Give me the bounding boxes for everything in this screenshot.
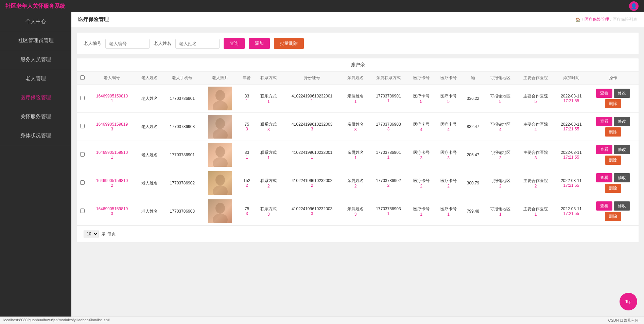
row-elder-code-4: 16469905159819 3 — [88, 197, 136, 226]
view-button-0[interactable]: 查看 — [596, 89, 612, 98]
row-region-1: 可报销地区 4 — [484, 113, 517, 141]
row-id-card-3: 410224199610232002 2 — [282, 169, 342, 197]
row-medical-card1-1: 医疗卡号 4 — [408, 113, 435, 141]
row-balance-2: 205.47 — [462, 141, 484, 169]
back-to-top-button[interactable]: Top — [620, 293, 637, 310]
row-id-card-4: 410224199610232003 3 — [282, 197, 342, 226]
edit-button-0[interactable]: 修改 — [614, 89, 630, 98]
row-select-4[interactable] — [80, 209, 85, 213]
breadcrumb: 🏠 / 医疗保险管理 / 医疗保险列表 — [575, 17, 637, 22]
view-button-2[interactable]: 查看 — [596, 145, 612, 154]
user-avatar[interactable]: 👤 — [629, 1, 639, 11]
edit-button-4[interactable]: 修改 — [614, 201, 630, 211]
col-action: 操作 — [588, 72, 639, 85]
breadcrumb-sep2: / — [610, 17, 611, 22]
back-to-top-label: Top — [625, 300, 631, 304]
row-actions-3: 查看 修改 删除 — [588, 169, 639, 197]
row-phone-3: 17703786902 — [163, 169, 202, 197]
row-select-2[interactable] — [80, 152, 85, 157]
svg-point-9 — [213, 214, 228, 223]
row-time-3: 2022-03-11 17:21:55 — [555, 169, 588, 197]
col-elder-phone: 老人手机号 — [163, 72, 202, 85]
row-actions-1: 查看 修改 删除 — [588, 113, 639, 141]
view-button-1[interactable]: 查看 — [596, 117, 612, 126]
row-age-2: 33 1 — [239, 141, 255, 169]
row-balance-1: 832.47 — [462, 113, 484, 141]
row-relative-name-3: 亲属姓名 2 — [342, 169, 369, 197]
table-row: 16469905159810 1 老人姓名 17703786901 33 1 联… — [77, 85, 639, 113]
row-select-1[interactable] — [80, 124, 85, 128]
delete-button-3[interactable]: 删除 — [605, 184, 621, 193]
svg-point-7 — [213, 185, 228, 195]
row-relative-phone-3: 17703786902 2 — [369, 169, 408, 197]
view-button-4[interactable]: 查看 — [596, 201, 612, 211]
page-title: 医疗保险管理 — [78, 16, 109, 23]
top-bar: 社区老年人关怀服务系统 👤 — [0, 0, 644, 12]
row-age-0: 33 1 — [239, 85, 255, 113]
account-balance-header: 账户余 — [77, 58, 639, 72]
view-button-3[interactable]: 查看 — [596, 173, 612, 182]
edit-button-2[interactable]: 修改 — [614, 145, 630, 154]
select-all-checkbox[interactable] — [80, 75, 85, 80]
sidebar-item-medical-insurance[interactable]: 医疗保险管理 — [0, 88, 71, 107]
row-medical-card1-0: 医疗卡号 5 — [408, 85, 435, 113]
table-header-row: 老人编号 老人姓名 老人手机号 老人照片 年龄 联系方式 身份证号 亲属姓名 亲… — [77, 72, 639, 85]
row-name-0: 老人姓名 — [136, 85, 163, 113]
row-relative-name-4: 亲属姓名 3 — [342, 197, 369, 226]
row-checkbox-1 — [77, 113, 88, 141]
row-hospital-3: 主要合作医院 2 — [517, 169, 555, 197]
elder-id-label: 老人编号 — [84, 40, 101, 47]
row-relative-name-1: 亲属姓名 3 — [342, 113, 369, 141]
delete-button-4[interactable]: 删除 — [605, 212, 621, 221]
sidebar-item-community-admin[interactable]: 社区管理员管理 — [0, 31, 71, 50]
table-container: 账户余 老人编号 老人姓名 老人手机号 老人照片 年龄 联系方式 身份证号 亲属 — [77, 58, 639, 242]
row-checkbox-0 — [77, 85, 88, 113]
row-balance-0: 336.22 — [462, 85, 484, 113]
col-elder-name: 老人姓名 — [136, 72, 163, 85]
row-region-0: 可报销地区 5 — [484, 85, 517, 113]
svg-point-5 — [213, 157, 228, 167]
delete-button-0[interactable]: 删除 — [605, 99, 621, 108]
col-region: 可报销地区 — [484, 72, 517, 85]
sidebar-item-care-service[interactable]: 关怀服务管理 — [0, 107, 71, 126]
row-relative-phone-4: 17703786903 1 — [369, 197, 408, 226]
elder-name-input[interactable] — [175, 39, 220, 49]
svg-point-2 — [215, 118, 225, 129]
row-hospital-4: 主要合作医院 1 — [517, 197, 555, 226]
elder-id-input[interactable] — [105, 39, 150, 49]
row-time-4: 2022-03-11 17:21:55 — [555, 197, 588, 226]
row-select-0[interactable] — [80, 96, 85, 100]
sidebar-item-health-status[interactable]: 身体状况管理 — [0, 126, 71, 145]
svg-point-8 — [215, 203, 225, 214]
add-button[interactable]: 添加 — [249, 38, 270, 49]
row-balance-4: 799.48 — [462, 197, 484, 226]
sidebar-item-service-staff[interactable]: 服务人员管理 — [0, 50, 71, 69]
row-relative-name-0: 亲属姓名 1 — [342, 85, 369, 113]
col-medical-card1: 医疗卡号 — [408, 72, 435, 85]
edit-button-3[interactable]: 修改 — [614, 173, 630, 182]
delete-button-1[interactable]: 删除 — [605, 127, 621, 137]
delete-button-2[interactable]: 删除 — [605, 156, 621, 165]
row-medical-card2-3: 医疗卡号 2 — [435, 169, 462, 197]
row-select-3[interactable] — [80, 180, 85, 185]
row-name-4: 老人姓名 — [136, 197, 163, 226]
sidebar-item-elder-management[interactable]: 老人管理 — [0, 69, 71, 88]
batch-delete-button[interactable]: 批量删除 — [274, 38, 304, 49]
row-region-4: 可报销地区 1 — [484, 197, 517, 226]
col-medical-card2: 医疗卡号 — [435, 72, 462, 85]
breadcrumb-item1[interactable]: 医疗保险管理 — [585, 17, 609, 22]
per-page-select[interactable]: 10 20 50 — [84, 230, 99, 238]
row-checkbox-2 — [77, 141, 88, 169]
row-elder-code-0: 16469905159810 1 — [88, 85, 136, 113]
edit-button-1[interactable]: 修改 — [614, 117, 630, 126]
row-age-1: 75 3 — [239, 113, 255, 141]
row-contact-2: 联系方式 1 — [255, 141, 282, 169]
breadcrumb-item2: 医疗保险列表 — [613, 17, 637, 22]
row-name-2: 老人姓名 — [136, 141, 163, 169]
row-relative-phone-2: 17703786901 1 — [369, 141, 408, 169]
row-medical-card1-4: 医疗卡号 1 — [408, 197, 435, 226]
sidebar-item-personal-center[interactable]: 个人中心 — [0, 12, 71, 31]
per-page-label: 条 每页 — [101, 231, 116, 237]
row-name-1: 老人姓名 — [136, 113, 163, 141]
query-button[interactable]: 查询 — [224, 38, 245, 49]
